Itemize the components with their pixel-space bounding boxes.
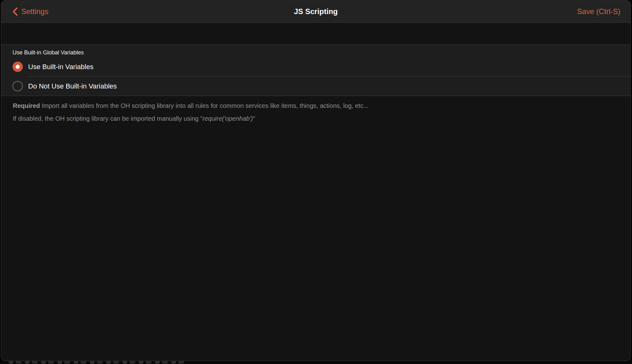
radio-button-icon[interactable] <box>13 62 23 72</box>
option-description: Required Import all variables from the O… <box>1 96 630 123</box>
options-card: Use Built-in Global Variables Use Built-… <box>1 44 630 96</box>
spacer-band <box>1 23 630 44</box>
js-scripting-config-modal: Settings JS Scripting Save (Ctrl-S) Use … <box>1 0 631 361</box>
description-line-1: Required Import all variables from the O… <box>13 102 618 110</box>
code-snippet: require('openhab') <box>202 115 253 122</box>
back-link-label: Settings <box>21 7 48 16</box>
navbar: Settings JS Scripting Save (Ctrl-S) <box>1 1 630 23</box>
required-badge: Required <box>13 102 40 109</box>
back-to-settings-link[interactable]: Settings <box>12 7 48 16</box>
radio-option-label: Use Built-in Variables <box>28 63 94 71</box>
option-group-label: Use Built-in Global Variables <box>1 45 630 57</box>
page-title: JS Scripting <box>1 7 630 16</box>
radio-option-no-builtin[interactable]: Do Not Use Built-in Variables <box>1 77 630 96</box>
description-line-2: If disabled, the OH scripting library ca… <box>13 114 618 123</box>
radio-button-icon[interactable] <box>13 81 23 91</box>
radio-option-use-builtin[interactable]: Use Built-in Variables <box>1 57 630 76</box>
occluded-background-text <box>9 361 184 363</box>
save-button[interactable]: Save (Ctrl-S) <box>577 7 620 16</box>
radio-option-label: Do Not Use Built-in Variables <box>28 82 117 90</box>
background-page-strip <box>0 361 632 364</box>
chevron-left-icon <box>12 7 18 16</box>
